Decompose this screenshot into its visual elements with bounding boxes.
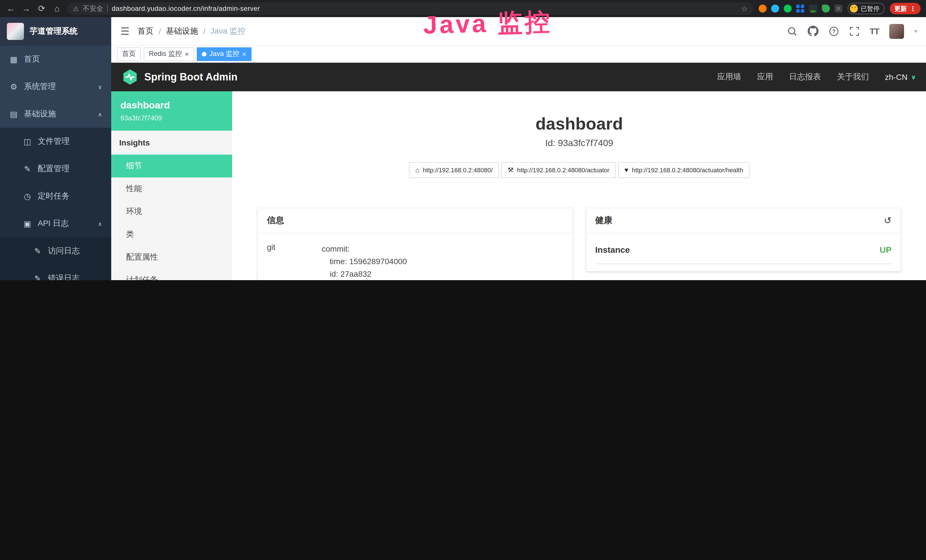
browser-update-button[interactable]: 更新 ⋮ xyxy=(890,3,921,14)
health-card: 健康 ↺ Instance UP xyxy=(586,208,901,272)
extension-icon[interactable] xyxy=(784,5,792,12)
github-icon[interactable] xyxy=(807,26,818,36)
sidebar-item-label: API 日志 xyxy=(38,218,69,229)
browser-menu-icon[interactable]: ⋮ xyxy=(910,5,916,12)
info-row: git commit: time: 1596289704000 id: 27aa… xyxy=(267,233,563,280)
sidebar-item-label: 定时任务 xyxy=(38,191,70,201)
sba-item-classes[interactable]: 类 xyxy=(111,223,232,246)
pencil-icon: ✎ xyxy=(33,247,42,256)
health-row: Instance UP xyxy=(595,233,891,264)
annotation-text: Java 监控 xyxy=(423,5,553,42)
sba-nav: 应用墙 应用 日志报表 关于我们 zh-CN ∨ xyxy=(717,72,916,82)
sba-main: dashboard Id: 93a3fc7f7409 ⌂ http://192.… xyxy=(232,91,926,280)
sba-item-scheduled[interactable]: 计划任务 xyxy=(111,269,232,280)
sidebar-item-label: 访问日志 xyxy=(48,246,80,256)
forward-icon[interactable]: → xyxy=(21,0,31,17)
sidebar-item-label: 配置管理 xyxy=(38,164,70,174)
close-icon[interactable]: × xyxy=(242,50,246,58)
tag-home[interactable]: 首页 xyxy=(117,47,141,61)
health-url-button[interactable]: ♥ http://192.168.0.2:48080/actuator/heal… xyxy=(618,162,749,178)
admin-sidebar: 芋道管理系统 ▦ 首页 ⚙ 系统管理 ∨ ▤ 基础设施 ∧ ◫ 文件管理 ✎ xyxy=(0,17,111,280)
sidebar-item-label: 系统管理 xyxy=(24,82,56,92)
avatar-caret-icon[interactable]: ▾ xyxy=(914,28,917,34)
svg-text:?: ? xyxy=(832,28,835,34)
sba-item-metrics[interactable]: 性能 xyxy=(111,177,232,200)
chevron-up-icon: ∧ xyxy=(98,221,102,227)
sidebar-item-config-manage[interactable]: ✎ 配置管理 xyxy=(0,155,111,183)
fullscreen-icon[interactable] xyxy=(849,26,859,36)
instance-name: dashboard xyxy=(120,100,223,111)
breadcrumb-separator: / xyxy=(203,27,205,36)
sidebar-item-label: 基础设施 xyxy=(24,109,56,119)
search-icon[interactable] xyxy=(787,26,797,36)
extension-icon[interactable] xyxy=(771,5,779,12)
sidebar-item-access-log[interactable]: ✎ 访问日志 xyxy=(0,238,111,265)
profile-chip[interactable]: 已暂停 xyxy=(847,3,885,14)
sba-item-environment[interactable]: 环境 xyxy=(111,200,232,223)
profile-badge-label: 已暂停 xyxy=(861,4,879,13)
extensions-puzzle-icon[interactable] xyxy=(834,5,843,12)
sba-item-config-props[interactable]: 配置属性 xyxy=(111,246,232,269)
close-icon[interactable]: × xyxy=(185,50,189,58)
sba-sidebar: dashboard 93a3fc7f7409 Insights 细节 性能 环境… xyxy=(111,91,232,280)
sba-item-details[interactable]: 细节 xyxy=(111,154,232,177)
extension-grid-icon[interactable] xyxy=(796,5,804,12)
sba-nav-about[interactable]: 关于我们 xyxy=(837,72,869,82)
status-badge: UP xyxy=(879,245,891,254)
security-label[interactable]: 不安全 xyxy=(83,4,103,14)
sidebar-item-system[interactable]: ⚙ 系统管理 ∨ xyxy=(0,73,111,100)
collapse-sidebar-icon[interactable]: ☰ xyxy=(120,25,130,37)
instance-header[interactable]: dashboard 93a3fc7f7409 xyxy=(111,91,232,131)
locale-label: zh-CN xyxy=(885,73,908,82)
font-size-icon[interactable]: TT xyxy=(870,26,879,36)
extensions-area: on xyxy=(759,4,843,13)
breadcrumb-item[interactable]: 基础设施 xyxy=(166,26,198,36)
extension-on-icon[interactable]: on xyxy=(809,4,817,13)
actuator-url-button[interactable]: ⚒ http://192.168.0.2:48080/actuator xyxy=(501,162,616,178)
back-icon[interactable]: ← xyxy=(6,0,16,17)
instance-url-button[interactable]: ⌂ http://192.168.0.2:48080/ xyxy=(409,162,499,178)
user-avatar[interactable] xyxy=(889,24,904,38)
tag-label: Redis 监控 xyxy=(149,49,182,59)
instance-links: ⌂ http://192.168.0.2:48080/ ⚒ http://192… xyxy=(257,162,901,178)
sba-locale-select[interactable]: zh-CN ∨ xyxy=(885,73,916,82)
tag-label: 首页 xyxy=(122,49,136,59)
sba-nav-applications[interactable]: 应用 xyxy=(757,72,773,82)
tag-redis-monitor[interactable]: Redis 监控 × xyxy=(144,47,194,61)
sba-logo-icon[interactable] xyxy=(121,68,139,86)
pencil-icon: ✎ xyxy=(33,274,42,280)
health-url: http://192.168.0.2:48080/actuator/health xyxy=(632,166,743,173)
chevron-down-icon: ∨ xyxy=(98,83,102,90)
sidebar-item-api-log[interactable]: ▣ API 日志 ∧ xyxy=(0,210,111,238)
dashboard-icon: ▦ xyxy=(9,55,18,64)
info-row-label: git xyxy=(267,242,322,280)
page: ← → ⟳ ⌂ ⚠ 不安全 dashboard.yudao.iocoder.cn… xyxy=(0,0,926,280)
browser-home-icon[interactable]: ⌂ xyxy=(52,0,62,17)
history-icon[interactable]: ↺ xyxy=(884,215,891,226)
tag-java-monitor[interactable]: Java 监控 × xyxy=(197,47,251,61)
breadcrumb-item[interactable]: 首页 xyxy=(138,26,153,36)
extension-leaf-icon[interactable] xyxy=(822,5,830,12)
bookmark-star-icon[interactable]: ☆ xyxy=(741,4,748,13)
sba-nav-journal[interactable]: 日志报表 xyxy=(789,72,821,82)
app-title: 芋道管理系统 xyxy=(30,26,77,36)
sidebar-item-infrastructure[interactable]: ▤ 基础设施 ∧ xyxy=(0,100,111,128)
security-warning-icon[interactable]: ⚠ xyxy=(73,5,79,12)
address-bar[interactable]: ⚠ 不安全 dashboard.yudao.iocoder.cn/infra/a… xyxy=(67,2,754,15)
sidebar-item-scheduled-tasks[interactable]: ◷ 定时任务 xyxy=(0,183,111,210)
breadcrumb-item-current: Java 监控 xyxy=(210,26,245,36)
reload-icon[interactable]: ⟳ xyxy=(36,0,47,17)
app-logo[interactable]: 芋道管理系统 xyxy=(0,17,111,45)
sba-brand-title[interactable]: Spring Boot Admin xyxy=(144,71,238,83)
sba-nav-wallboard[interactable]: 应用墙 xyxy=(717,72,741,82)
active-dot xyxy=(202,51,206,56)
sidebar-item-home[interactable]: ▦ 首页 xyxy=(0,45,111,73)
extension-icon[interactable] xyxy=(759,5,767,12)
help-icon[interactable]: ? xyxy=(828,26,839,36)
gear-icon: ⚙ xyxy=(9,82,18,91)
sidebar-item-file-manage[interactable]: ◫ 文件管理 xyxy=(0,128,111,155)
actuator-url: http://192.168.0.2:48080/actuator xyxy=(517,166,610,173)
infrastructure-icon: ▤ xyxy=(9,109,18,119)
sidebar-item-error-log[interactable]: ✎ 错误日志 xyxy=(0,265,111,280)
sidebar-item-label: 错误日志 xyxy=(48,273,80,280)
